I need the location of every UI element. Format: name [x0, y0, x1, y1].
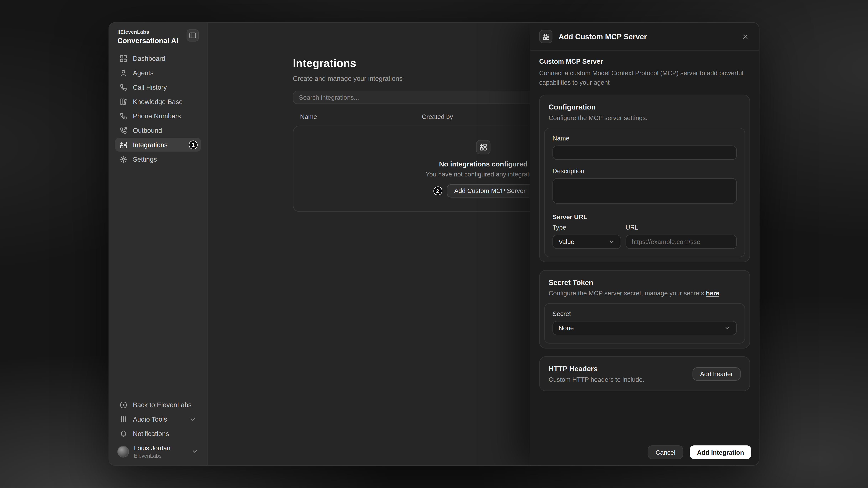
agents-icon	[120, 69, 127, 76]
dialog-body: Custom MCP Server Connect a custom Model…	[530, 51, 759, 439]
sidebar-item-label: Call History	[133, 83, 167, 91]
empty-state-action: 2 Add Custom MCP Server	[433, 184, 533, 197]
http-headers-text: HTTP Headers Custom HTTP headers to incl…	[549, 365, 644, 383]
back-to-elevenlabs-link[interactable]: Back to ElevenLabs	[115, 398, 201, 412]
type-select[interactable]: Value	[552, 235, 621, 249]
sidebar-item-agents[interactable]: Agents	[115, 66, 201, 80]
user-meta: Louis Jordan ElevenLabs	[134, 445, 170, 459]
outbound-icon	[120, 126, 127, 134]
manage-secrets-link[interactable]: here	[706, 290, 719, 297]
notifications-button[interactable]: Notifications	[115, 427, 201, 441]
configuration-subtitle: Configure the MCP server settings.	[549, 115, 741, 122]
integrations-icon	[120, 141, 127, 149]
sidebar-nav: Dashboard Agents Call History Knowledge …	[115, 52, 201, 166]
sidebar-item-phone-numbers[interactable]: Phone Numbers	[115, 109, 201, 123]
desktop-background: IIElevenLabs Conversational AI Dashboard…	[0, 0, 868, 488]
name-input[interactable]	[552, 146, 737, 160]
http-headers-title: HTTP Headers	[549, 365, 644, 373]
sidebar-header: IIElevenLabs Conversational AI	[115, 28, 201, 51]
chevron-down-icon	[189, 416, 196, 423]
sidebar-item-knowledge-base[interactable]: Knowledge Base	[115, 95, 201, 108]
user-menu[interactable]: Louis Jordan ElevenLabs	[115, 442, 201, 459]
cancel-button[interactable]: Cancel	[648, 445, 683, 459]
user-name: Louis Jordan	[134, 445, 170, 452]
sidebar-collapse-button[interactable]	[187, 29, 199, 41]
add-header-button[interactable]: Add header	[692, 367, 741, 381]
configuration-title: Configuration	[549, 103, 741, 111]
bell-icon	[120, 430, 127, 438]
dialog-section-title: Custom MCP Server	[539, 58, 750, 65]
footer-item-label: Audio Tools	[133, 416, 167, 423]
sidebar-item-label: Dashboard	[133, 55, 165, 62]
sidebar: IIElevenLabs Conversational AI Dashboard…	[109, 23, 208, 465]
http-headers-card: HTTP Headers Custom HTTP headers to incl…	[539, 356, 750, 391]
secret-subtitle-period: .	[719, 290, 721, 297]
add-custom-mcp-server-button[interactable]: Add Custom MCP Server	[446, 184, 533, 197]
chevron-down-icon	[609, 239, 615, 245]
empty-state-description: You have not configured any integrations	[426, 171, 541, 177]
dialog-section-description: Connect a custom Model Context Protocol …	[539, 69, 750, 87]
main-content: Integrations Create and manage your inte…	[208, 23, 759, 465]
sidebar-toggle-icon	[189, 32, 196, 39]
http-headers-subtitle: Custom HTTP headers to include.	[549, 377, 644, 383]
integrations-icon	[539, 30, 552, 43]
chevron-down-icon	[724, 325, 731, 332]
phone-numbers-icon	[120, 112, 127, 120]
description-input[interactable]	[552, 178, 737, 204]
settings-icon	[120, 155, 127, 163]
empty-state-title: No integrations configured	[439, 161, 527, 168]
sidebar-item-label: Settings	[133, 155, 157, 163]
column-header-name: Name	[293, 113, 422, 120]
add-integration-button[interactable]: Add Integration	[690, 445, 751, 459]
close-icon[interactable]	[740, 32, 750, 41]
url-field: URL	[626, 224, 737, 249]
add-mcp-server-dialog: Add Custom MCP Server Custom MCP Server …	[530, 23, 759, 465]
product-title: Conversational AI	[118, 37, 178, 45]
sidebar-item-label: Agents	[133, 69, 153, 76]
user-org: ElevenLabs	[134, 452, 170, 459]
dialog-footer: Cancel Add Integration	[530, 439, 759, 465]
brand-block: IIElevenLabs Conversational AI	[118, 29, 178, 45]
configuration-fields: Name Description Server URL Type Value	[544, 128, 745, 257]
dialog-header: Add Custom MCP Server	[530, 23, 759, 51]
sidebar-footer: Back to ElevenLabs Audio Tools Notificat…	[115, 398, 201, 459]
secret-token-subtitle: Configure the MCP server secret, manage …	[549, 290, 741, 297]
integrations-icon	[476, 140, 491, 154]
server-url-label: Server URL	[552, 214, 737, 221]
annotation-marker-1: 1	[189, 140, 197, 149]
url-label: URL	[626, 224, 737, 231]
footer-item-label: Notifications	[133, 430, 169, 438]
type-field: Type Value	[552, 224, 621, 249]
audio-tools-icon	[120, 416, 127, 423]
sidebar-item-dashboard[interactable]: Dashboard	[115, 52, 201, 65]
call-history-icon	[120, 83, 127, 91]
annotation-marker-2: 2	[433, 187, 442, 195]
chevron-down-icon	[191, 448, 199, 455]
secret-select-value: None	[559, 325, 574, 332]
secret-token-card: Secret Token Configure the MCP server se…	[539, 270, 750, 349]
sidebar-item-call-history[interactable]: Call History	[115, 80, 201, 94]
sidebar-item-label: Knowledge Base	[133, 98, 183, 105]
sidebar-item-outbound[interactable]: Outbound	[115, 123, 201, 137]
sidebar-item-settings[interactable]: Settings	[115, 152, 201, 166]
sidebar-item-label: Outbound	[133, 126, 162, 134]
sidebar-item-label: Phone Numbers	[133, 112, 181, 120]
type-label: Type	[552, 224, 621, 231]
secret-subtitle-text: Configure the MCP server secret, manage …	[549, 290, 706, 297]
dashboard-icon	[120, 55, 127, 62]
name-label: Name	[552, 135, 737, 142]
url-input[interactable]	[626, 235, 737, 249]
sidebar-item-integrations[interactable]: Integrations 1	[115, 138, 201, 152]
secret-label: Secret	[552, 311, 737, 317]
avatar	[118, 446, 129, 457]
knowledge-base-icon	[120, 98, 127, 105]
back-circle-icon	[120, 401, 127, 409]
dialog-title: Add Custom MCP Server	[559, 32, 647, 41]
server-url-row: Type Value URL	[552, 224, 737, 249]
configuration-card: Configuration Configure the MCP server s…	[539, 95, 750, 262]
footer-item-label: Back to ElevenLabs	[133, 401, 192, 409]
audio-tools-menu[interactable]: Audio Tools	[115, 413, 201, 426]
secret-select[interactable]: None	[552, 321, 737, 335]
app-window: IIElevenLabs Conversational AI Dashboard…	[108, 22, 760, 466]
brand-logo: IIElevenLabs	[118, 29, 178, 35]
